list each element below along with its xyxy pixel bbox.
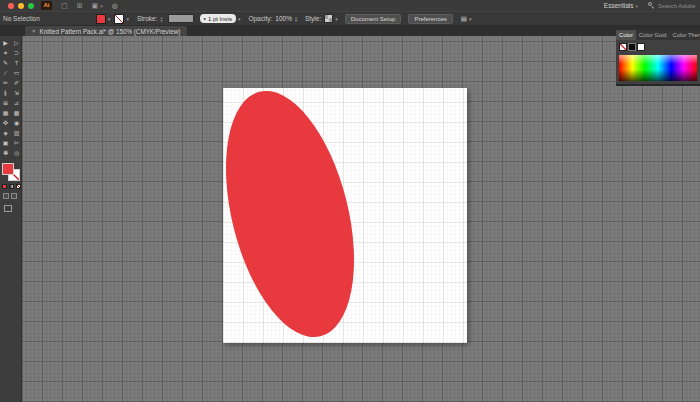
paint-style-buttons (2, 184, 21, 189)
creative-cloud-icon[interactable]: ◍ (112, 0, 118, 11)
stroke-weight-field[interactable] (168, 14, 194, 23)
minimize-window-button[interactable] (18, 3, 24, 9)
arrange-documents-icon[interactable]: ▣ (92, 0, 99, 11)
control-bar: No Selection ▾ ▾ Stroke: ▴ ▾ ● 1 pt Invi… (0, 11, 700, 25)
hand-tool[interactable]: ✽ (0, 148, 11, 158)
screen-mode-icon[interactable] (4, 205, 12, 212)
zoom-window-button[interactable] (28, 3, 34, 9)
drawing-mode-buttons (3, 193, 21, 199)
pencil-tool[interactable]: ✐ (11, 78, 22, 88)
none-swatch[interactable] (619, 43, 627, 51)
tab-color[interactable]: Color (616, 30, 636, 40)
document-setup-button[interactable]: Document Setup (345, 14, 402, 24)
fill-proxy-swatch[interactable] (2, 163, 14, 175)
column-graph-tool[interactable]: ▥ (11, 128, 22, 138)
stock-search-input[interactable]: Search Adobe Stock (658, 3, 696, 9)
lasso-tool[interactable]: ⊃ (11, 48, 22, 58)
stepper-down-icon[interactable]: ▾ (295, 19, 297, 22)
line-segment-tool[interactable]: ∕ (0, 68, 11, 78)
pen-tool[interactable]: ✎ (0, 58, 11, 68)
bridge-icon[interactable]: ▢ (61, 0, 68, 11)
app-bar: Ai ▢ ⊞ ▣ ▾ ◍ Essentials ▾ Search Adobe S… (0, 0, 700, 11)
tools-grid: ▶ ▷ ✶ ⊃ ✎ T ∕ ▭ ✏ ✐ ≬ ⇲ ⊞ ⊿ ▦ ▩ ✜ ◉ ◈ ▥ … (0, 36, 21, 158)
color-button[interactable] (2, 184, 7, 189)
tab-color-themes[interactable]: Color Ther (670, 30, 700, 40)
workspace-switcher[interactable]: Essentials (604, 2, 634, 9)
document-title: Knitted Pattern Pack.ai* @ 150% (CMYK/Pr… (40, 28, 181, 35)
opacity-label: Opacity: (248, 15, 272, 22)
type-tool[interactable]: T (11, 58, 22, 68)
direct-selection-tool[interactable]: ▷ (11, 38, 22, 48)
opacity-value[interactable]: 100% (275, 15, 292, 22)
white-swatch[interactable] (637, 43, 645, 51)
none-button[interactable] (16, 184, 21, 189)
rectangle-tool[interactable]: ▭ (11, 68, 22, 78)
graphic-style-thumbnail[interactable] (324, 14, 333, 23)
brush-preview-icon: ● (204, 16, 206, 21)
close-tab-icon[interactable]: × (32, 28, 36, 34)
fill-color-swatch[interactable] (96, 14, 106, 24)
fill-stroke-widget (2, 163, 20, 181)
width-tool[interactable]: ≬ (0, 88, 11, 98)
stroke-color-swatch[interactable] (114, 14, 124, 24)
selection-tool[interactable]: ▶ (0, 38, 11, 48)
paintbrush-tool[interactable]: ✏ (0, 78, 11, 88)
close-window-button[interactable] (8, 3, 14, 9)
chevron-down-icon[interactable]: ▾ (335, 16, 338, 22)
chevron-down-icon[interactable]: ▾ (126, 16, 129, 22)
gradient-button[interactable] (9, 184, 14, 189)
stroke-label: Stroke: (137, 15, 158, 22)
brush-definition-value: 1 pt Invis (208, 16, 232, 22)
free-transform-tool[interactable]: ⇲ (11, 88, 22, 98)
eyedropper-tool[interactable]: ✜ (0, 118, 11, 128)
chevron-down-icon[interactable]: ▾ (238, 16, 241, 22)
mesh-tool[interactable]: ▦ (0, 108, 11, 118)
grid-view-icon[interactable]: ⊞ (77, 0, 83, 11)
chevron-down-icon[interactable]: ▾ (108, 16, 111, 22)
illustrator-window: Ai ▢ ⊞ ▣ ▾ ◍ Essentials ▾ Search Adobe S… (0, 0, 700, 402)
symbol-sprayer-tool[interactable]: ◈ (0, 128, 11, 138)
zoom-tool[interactable]: ◎ (11, 148, 22, 158)
draw-normal-icon[interactable] (3, 193, 9, 199)
color-panel-tabs: Color Color Guid Color Ther ≡ (616, 30, 700, 40)
blend-tool[interactable]: ◉ (11, 118, 22, 128)
magic-wand-tool[interactable]: ✶ (0, 48, 11, 58)
stepper-down-icon[interactable]: ▾ (160, 19, 162, 22)
stroke-weight-stepper[interactable]: ▴ ▾ (160, 16, 162, 22)
style-label: Style: (305, 15, 321, 22)
document-tab[interactable]: × Knitted Pattern Pack.ai* @ 150% (CMYK/… (25, 26, 187, 36)
pasteboard[interactable] (22, 36, 700, 402)
tools-panel: ▶ ▷ ✶ ⊃ ✎ T ∕ ▭ ✏ ✐ ≬ ⇲ ⊞ ⊿ ▦ ▩ ✜ ◉ ◈ ▥ … (0, 36, 22, 402)
chevron-down-icon[interactable]: ▾ (469, 16, 472, 22)
chevron-down-icon[interactable]: ▾ (635, 3, 638, 9)
document-tab-bar: × Knitted Pattern Pack.ai* @ 150% (CMYK/… (0, 25, 700, 36)
brush-definition-dropdown[interactable]: ● 1 pt Invis (200, 14, 236, 23)
perspective-grid-tool[interactable]: ⊿ (11, 98, 22, 108)
artboard[interactable] (223, 88, 467, 343)
color-panel-swatches (616, 40, 700, 53)
shape-builder-tool[interactable]: ⊞ (0, 98, 11, 108)
gradient-tool[interactable]: ▩ (11, 108, 22, 118)
artboard-tool[interactable]: ▣ (0, 138, 11, 148)
black-swatch[interactable] (628, 43, 636, 51)
search-icon[interactable] (648, 2, 655, 9)
red-ellipse[interactable] (203, 78, 377, 351)
illustrator-logo-icon: Ai (41, 1, 52, 10)
color-spectrum[interactable] (619, 55, 697, 81)
selection-status: No Selection (3, 15, 40, 22)
tab-color-guide[interactable]: Color Guid (636, 30, 670, 40)
chevron-down-icon[interactable]: ▾ (100, 3, 103, 9)
slice-tool[interactable]: ✄ (11, 138, 22, 148)
draw-behind-icon[interactable] (11, 193, 17, 199)
preferences-button[interactable]: Preferences (408, 14, 452, 24)
opacity-stepper[interactable]: ▴ ▾ (295, 16, 297, 22)
color-panel: Color Color Guid Color Ther ≡ (616, 30, 700, 86)
control-bar-extra-icon[interactable]: ▤ (461, 15, 467, 23)
